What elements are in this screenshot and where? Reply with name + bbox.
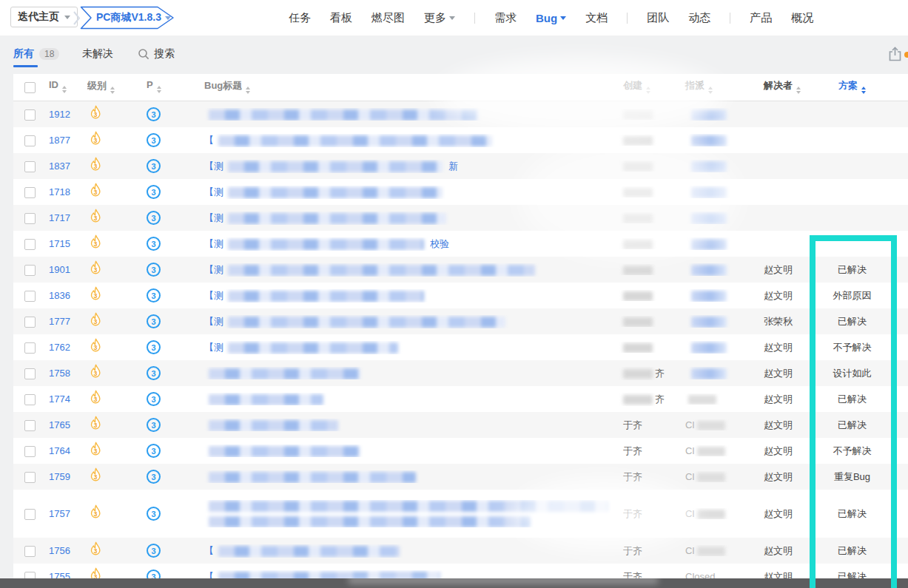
- header-resolver[interactable]: 解决者: [753, 79, 815, 96]
- row-checkbox[interactable]: [24, 394, 36, 405]
- redacted-name-blob: [691, 239, 727, 250]
- bug-id-link[interactable]: 1836: [49, 290, 70, 301]
- creator-cell: 于齐: [611, 470, 675, 484]
- bug-id-link[interactable]: 1762: [49, 342, 70, 353]
- bug-title[interactable]: 【测: [204, 289, 611, 303]
- creator-cell: [611, 186, 675, 197]
- severity-flame-icon: 3: [87, 389, 104, 407]
- bug-id-link[interactable]: 1759: [49, 471, 70, 482]
- nav-item-board[interactable]: 看板: [330, 11, 352, 25]
- bug-title[interactable]: [204, 470, 611, 482]
- priority-icon: 3: [147, 470, 161, 484]
- nav-item-more[interactable]: 更多: [424, 11, 455, 25]
- nav-item-product[interactable]: 产品: [750, 11, 772, 25]
- nav-item-bug[interactable]: Bug: [536, 12, 566, 24]
- row-checkbox[interactable]: [24, 420, 36, 431]
- bug-id-link[interactable]: 1877: [49, 135, 70, 146]
- row-checkbox[interactable]: [24, 239, 36, 250]
- bug-id-link[interactable]: 1758: [49, 368, 70, 379]
- header-created[interactable]: 创建: [611, 79, 675, 96]
- sort-icon: [246, 84, 250, 96]
- nav-item-tasks[interactable]: 任务: [289, 11, 311, 25]
- header-id[interactable]: ID: [47, 79, 87, 95]
- assignee-cell: [675, 186, 753, 197]
- row-checkbox[interactable]: [24, 135, 36, 146]
- row-checkbox[interactable]: [24, 109, 36, 121]
- header-priority[interactable]: P: [147, 79, 204, 95]
- table-row: 1877 3 3 【: [13, 127, 908, 153]
- redacted-name-blob: [623, 188, 653, 197]
- bug-title[interactable]: 【: [204, 544, 611, 558]
- row-checkbox[interactable]: [24, 291, 36, 302]
- bug-title[interactable]: [204, 419, 611, 430]
- bug-id-link[interactable]: 1757: [49, 508, 70, 519]
- bug-title[interactable]: [204, 500, 611, 527]
- row-checkbox[interactable]: [24, 342, 36, 354]
- priority-icon: 3: [147, 288, 161, 303]
- redacted-title-blob: [209, 109, 479, 121]
- row-checkbox[interactable]: [24, 546, 36, 557]
- row-checkbox[interactable]: [24, 472, 36, 483]
- row-checkbox[interactable]: [24, 187, 36, 198]
- bug-title[interactable]: 【测: [204, 315, 611, 328]
- nav-divider: [474, 13, 475, 24]
- assignee-cell: [675, 315, 753, 327]
- bug-title[interactable]: [204, 367, 611, 379]
- nav-divider: [730, 13, 730, 24]
- tab-unresolved[interactable]: 未解决: [82, 47, 113, 61]
- header-title[interactable]: Bug标题: [204, 79, 611, 96]
- chevron-down-icon: [560, 16, 566, 23]
- table-row: 1756 3 3 【 于齐 Cl 赵文明 已解决: [13, 538, 908, 564]
- nav-item-burndown[interactable]: 燃尽图: [371, 11, 405, 25]
- nav-item-requirements[interactable]: 需求: [494, 11, 517, 25]
- tab-search[interactable]: 搜索: [138, 47, 175, 61]
- bug-title[interactable]: [204, 393, 611, 405]
- row-checkbox[interactable]: [24, 161, 36, 172]
- header-solution[interactable]: 方案: [815, 79, 908, 96]
- row-checkbox[interactable]: [24, 265, 36, 276]
- severity-flame-icon: 3: [87, 441, 104, 459]
- bug-id-link[interactable]: 1764: [49, 445, 70, 456]
- creator-cell: [611, 342, 675, 353]
- bug-id-link[interactable]: 1715: [49, 238, 70, 249]
- iteration-home-dropdown[interactable]: 迭代主页: [10, 7, 78, 27]
- row-checkbox[interactable]: [24, 509, 36, 520]
- orange-dot: [904, 52, 908, 58]
- bug-id-link[interactable]: 1837: [49, 160, 70, 172]
- project-version-dropdown[interactable]: PC商城V1.8.3: [80, 6, 175, 30]
- row-checkbox[interactable]: [24, 446, 36, 457]
- bug-title[interactable]: [204, 108, 611, 120]
- nav-item-docs[interactable]: 文档: [585, 11, 608, 25]
- tab-all[interactable]: 所有: [13, 47, 34, 61]
- bug-id-link[interactable]: 1717: [49, 212, 70, 223]
- bug-id-link[interactable]: 1901: [49, 264, 70, 275]
- bug-title[interactable]: 【: [204, 134, 611, 147]
- bug-title[interactable]: 【测新: [204, 160, 611, 173]
- nav-item-overview[interactable]: 概况: [791, 11, 813, 25]
- row-checkbox[interactable]: [24, 317, 36, 328]
- bug-title[interactable]: 【测: [204, 186, 611, 199]
- redacted-name-blob: [623, 317, 653, 327]
- bug-title[interactable]: [204, 445, 611, 456]
- bug-id-link[interactable]: 1765: [49, 419, 70, 430]
- bug-title[interactable]: 【测: [204, 212, 611, 225]
- bug-title[interactable]: 【测校验: [204, 237, 611, 251]
- bug-id-link[interactable]: 1777: [49, 316, 70, 327]
- nav-item-activity[interactable]: 动态: [688, 11, 710, 25]
- bug-title[interactable]: 【测: [204, 263, 611, 277]
- assignee-cell: Cl: [675, 471, 753, 482]
- header-level[interactable]: 级别: [87, 79, 147, 96]
- nav-item-team[interactable]: 团队: [647, 11, 669, 25]
- horizontal-scrollbar[interactable]: [0, 578, 908, 588]
- select-all-checkbox[interactable]: [24, 82, 36, 93]
- bug-title[interactable]: 【测: [204, 341, 611, 354]
- header-assignee[interactable]: 指派: [675, 79, 753, 96]
- redacted-name-blob: [691, 161, 727, 172]
- row-checkbox[interactable]: [24, 368, 36, 379]
- bug-id-link[interactable]: 1756: [49, 545, 70, 556]
- bug-id-link[interactable]: 1912: [49, 109, 70, 120]
- export-button[interactable]: [887, 46, 903, 64]
- bug-id-link[interactable]: 1718: [49, 186, 70, 197]
- row-checkbox[interactable]: [24, 213, 36, 224]
- bug-id-link[interactable]: 1774: [49, 393, 70, 405]
